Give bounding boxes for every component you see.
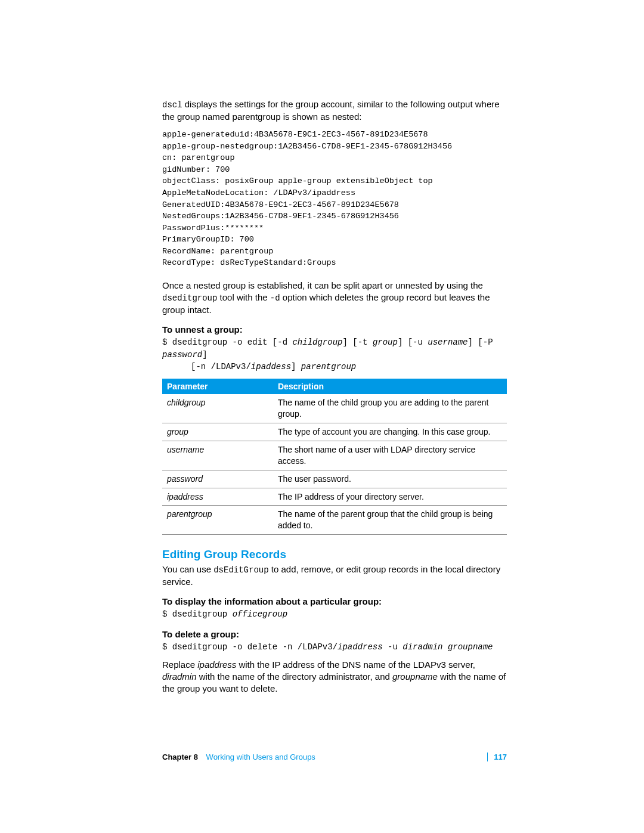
param-desc: The type of account you are changing. In… — [273, 423, 507, 441]
chapter-label: Chapter 8 — [162, 753, 198, 761]
unnest-command: $ dseditgroup -o edit [-d childgroup] [-… — [162, 336, 507, 373]
cmd-param: ipaddress — [338, 642, 383, 652]
table-row: usernameThe short name of a user with LD… — [162, 441, 507, 470]
nested-group-paragraph: Once a nested group is established, it c… — [162, 280, 507, 316]
param-name: username — [162, 441, 273, 470]
intro-text: displays the settings for the group acco… — [162, 99, 500, 122]
page-number: 117 — [487, 753, 507, 761]
table-header-row: Parameter Description — [162, 379, 507, 394]
param-diradmin: diradmin — [162, 671, 197, 682]
cmd-text: $ dseditgroup -o edit [-d — [162, 337, 292, 347]
cmd-text: ] [-u — [398, 337, 428, 347]
cmd-param: officegroup — [233, 609, 287, 619]
param-desc: The name of the parent group that the ch… — [273, 506, 507, 535]
cmd-text: ] [-P — [468, 337, 493, 347]
intro-paragraph: dscl displays the settings for the group… — [162, 98, 507, 123]
param-desc: The user password. — [273, 470, 507, 488]
editing-group-records-heading: Editing Group Records — [162, 548, 507, 561]
cmd-text: $ dseditgroup -o delete -n /LDAPv3/ — [162, 642, 338, 652]
cmd-param: group — [373, 337, 398, 347]
text-segment: tool with the — [217, 292, 270, 302]
header-parameter: Parameter — [162, 379, 273, 394]
text-segment: Once a nested group is established, it c… — [162, 280, 483, 290]
table-row: groupThe type of account you are changin… — [162, 423, 507, 441]
cmd-param: ipaddess — [251, 362, 291, 371]
param-name: parentgroup — [162, 506, 273, 535]
cmd-param: password — [162, 350, 202, 360]
table-row: passwordThe user password. — [162, 470, 507, 488]
cmd-text: $ dseditgroup — [162, 609, 233, 619]
delete-group-heading: To delete a group: — [162, 629, 507, 639]
table-row: parentgroupThe name of the parent group … — [162, 506, 507, 535]
dash-d-option: -d — [270, 293, 280, 303]
param-name: childgroup — [162, 394, 273, 423]
cmd-param: parentgroup — [301, 362, 356, 371]
unnest-heading: To unnest a group: — [162, 324, 507, 335]
text-segment: You can use — [162, 564, 213, 574]
param-name: password — [162, 470, 273, 488]
dscl-output-block: apple-generateduid:4B3A5678-E9C1-2EC3-45… — [162, 129, 507, 269]
text-segment: Replace — [162, 659, 197, 670]
param-desc: The short name of a user with LDAP direc… — [273, 441, 507, 470]
text-segment: with the IP address of the DNS name of t… — [236, 659, 475, 670]
dseditgroup-cmd: dsEditGroup — [213, 565, 268, 575]
param-groupname: groupname — [392, 671, 438, 682]
display-info-heading: To display the information about a parti… — [162, 596, 507, 606]
chapter-title: Working with Users and Groups — [206, 753, 315, 761]
param-ipaddress: ipaddress — [197, 659, 236, 670]
dscl-command: dscl — [162, 100, 182, 110]
parameter-table: Parameter Description childgroupThe name… — [162, 379, 507, 535]
cmd-text: ] — [202, 350, 207, 360]
display-command: $ dseditgroup officegroup — [162, 608, 507, 620]
cmd-text: -u — [383, 642, 403, 652]
cmd-text: [-n /LDAPv3/ — [191, 362, 251, 371]
delete-paragraph: Replace ipaddress with the IP address of… — [162, 659, 507, 695]
cmd-text: ] [-t — [342, 337, 372, 347]
delete-command: $ dseditgroup -o delete -n /LDAPv3/ipadd… — [162, 641, 507, 653]
param-name: ipaddress — [162, 488, 273, 506]
param-desc: The name of the child group you are addi… — [273, 394, 507, 423]
param-name: group — [162, 423, 273, 441]
cmd-text: ] — [291, 362, 301, 371]
cmd-param: childgroup — [292, 337, 342, 347]
cmd-param: diradmin groupname — [402, 642, 493, 652]
header-description: Description — [273, 379, 507, 394]
editing-paragraph: You can use dsEditGroup to add, remove, … — [162, 563, 507, 588]
param-desc: The IP address of your directory server. — [273, 488, 507, 506]
table-row: childgroupThe name of the child group yo… — [162, 394, 507, 423]
page-footer: Chapter 8 Working with Users and Groups … — [162, 753, 507, 761]
text-segment: with the name of the directory administr… — [197, 671, 393, 682]
table-row: ipaddressThe IP address of your director… — [162, 488, 507, 506]
cmd-param: username — [428, 337, 467, 347]
dseditgroup-cmd: dseditgroup — [162, 293, 217, 303]
document-page: dscl displays the settings for the group… — [0, 0, 644, 833]
